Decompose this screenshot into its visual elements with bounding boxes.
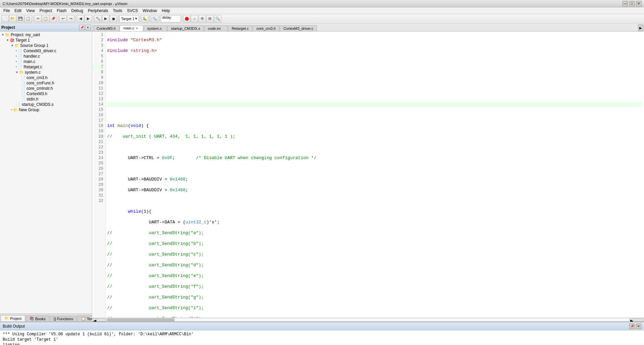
tab-retarget[interactable]: Retarget.c	[228, 25, 253, 31]
scrollbar-track[interactable]	[107, 318, 629, 322]
save-button[interactable]: 💾	[17, 15, 24, 22]
tree-cortexm3-driver[interactable]: + 📄 CortexM3_driver.c	[1, 48, 91, 54]
build-button[interactable]: 🔨	[94, 15, 102, 22]
new-file-button[interactable]: 📄	[1, 15, 9, 22]
tab-label: code.ini	[208, 26, 221, 30]
redo-button[interactable]: ↪	[67, 15, 74, 22]
menu-svcs[interactable]: SVCS	[125, 8, 140, 14]
build-output-title: Build Output	[3, 324, 25, 329]
tb-sep-8	[159, 15, 160, 22]
pin-button[interactable]: 📌	[79, 25, 85, 30]
nav-back-button[interactable]: ◀	[77, 15, 84, 22]
code-line: while(1){	[107, 209, 643, 214]
clear-bp-button[interactable]: ○	[191, 15, 198, 22]
find-button[interactable]: 🔍	[151, 15, 158, 22]
scrollbar-thumb[interactable]	[107, 319, 174, 321]
tab-close-icon[interactable]: ✕	[136, 26, 138, 30]
menu-edit[interactable]: Edit	[12, 8, 23, 14]
tab-functions[interactable]: {} Functions	[50, 316, 77, 322]
tree-target1[interactable]: ▼ 🎯 Target 1	[1, 38, 91, 43]
tab-books[interactable]: 📚 Books	[26, 316, 49, 322]
stop-button[interactable]: ⏹	[110, 15, 117, 22]
menu-project[interactable]: Project	[38, 8, 54, 14]
tree-project-root[interactable]: ▼ 📁 Project: my_uart	[1, 32, 91, 38]
breakpoint-button[interactable]: ⬤	[183, 15, 191, 22]
tab-project[interactable]: 📁 Project	[1, 315, 25, 322]
code-line: UART->BAUDDIV = 0x1460;	[107, 188, 643, 193]
tb-sep-2	[58, 15, 58, 22]
delay-input[interactable]: delay	[161, 15, 181, 22]
close-panel-button[interactable]: ✕	[85, 25, 91, 30]
menu-peripherals[interactable]: Peripherals	[86, 8, 110, 14]
c-file-icon: 📄	[18, 60, 22, 64]
nav-fwd-button[interactable]: ▶	[85, 15, 92, 22]
code-line: #include <string.h>	[107, 48, 643, 54]
tab-cortexm3h[interactable]: CortexM3.h	[93, 25, 119, 31]
tb-sep-1	[33, 15, 33, 22]
tree-label: New Group	[19, 108, 39, 112]
menu-file[interactable]: File	[1, 8, 12, 14]
menu-window[interactable]: Window	[141, 8, 159, 14]
save-all-button[interactable]: 📋	[24, 15, 32, 22]
code-line: // uart_SendString("g");	[107, 295, 643, 300]
code-content[interactable]: #include "CortexM3.h" #include <string.h…	[106, 31, 644, 318]
menu-debug[interactable]: Debug	[69, 8, 85, 14]
tree-cortexm3h[interactable]: 📄 CortexM3.h	[1, 91, 91, 96]
left-panel: Project 📌 ✕ ▼ 📁 Project: my_uart ▼ 🎯 Tar…	[0, 23, 92, 322]
tree-stdin[interactable]: 📄 stdin.h	[1, 96, 91, 102]
copy-button[interactable]: 📋	[42, 15, 49, 22]
build-output-header: Build Output 📌 ✕	[0, 322, 644, 330]
build-all-button[interactable]: ▶	[102, 15, 109, 22]
tb-sep-4	[93, 15, 93, 22]
left-panel-tabs: 📁 Project 📚 Books {} Functions 📋 Templat…	[0, 314, 92, 322]
expand-icon: +	[11, 108, 12, 112]
tree-core-cmfunc[interactable]: 📄 core_cmFunc.h	[1, 80, 91, 86]
window-button[interactable]: ⊞	[206, 15, 214, 22]
scroll-left-button[interactable]: ◀	[93, 318, 106, 322]
tree-main[interactable]: + 📄 main.c	[1, 59, 91, 64]
pin-output-button[interactable]: 📌	[629, 324, 635, 329]
scroll-right-button[interactable]: ▶	[630, 318, 643, 322]
maximize-button[interactable]: □	[629, 1, 635, 6]
cut-button[interactable]: ✂	[34, 15, 42, 22]
tb-sep-6	[140, 15, 140, 22]
menu-flash[interactable]: Flash	[55, 8, 68, 14]
editor-scrollbar[interactable]: ◀ ▶	[92, 318, 644, 322]
tree-core-cminstr[interactable]: 📄 core_cmInstr.h	[1, 86, 91, 91]
tree-label: CortexM3_driver.c	[23, 49, 56, 53]
build-output-content[interactable]: *** Using Compiler 'V5.06 update 1 (buil…	[0, 330, 644, 345]
tree-label: Source Group 1	[20, 43, 49, 48]
menu-view[interactable]: View	[24, 8, 37, 14]
tab-codeini[interactable]: code.ini	[204, 25, 228, 31]
tree-system[interactable]: ▼ 📁 system.c	[1, 70, 91, 75]
close-button[interactable]: ✕	[636, 1, 641, 6]
code-line: // uart_init ( UART, 434, 1, 1, 1, 1, 1,…	[107, 134, 643, 139]
paste-button[interactable]: 📌	[50, 15, 57, 22]
tree-new-group[interactable]: + 📁 New Group	[1, 107, 91, 113]
tab-mainc[interactable]: main.c ✕	[120, 25, 143, 31]
tree-handler[interactable]: + 📄 handler.c	[1, 54, 91, 59]
settings-button[interactable]: ⚙	[199, 15, 206, 22]
open-button[interactable]: 📂	[9, 15, 16, 22]
tree-source-group[interactable]: ▼ 📁 Source Group 1	[1, 43, 91, 48]
tab-systemc[interactable]: system.c	[144, 25, 167, 31]
tab-scroll-button[interactable]: ▶	[638, 24, 643, 31]
code-line: UART->BAUDDIV = 0x1460;	[107, 177, 643, 182]
expand-icon: +	[15, 55, 17, 58]
editor-area: CortexM3.h main.c ✕ system.c startup_CM3…	[92, 23, 644, 322]
minimize-button[interactable]: —	[623, 1, 628, 6]
debug-button[interactable]: 🐛	[141, 15, 149, 22]
tree-retarget[interactable]: + 📄 Retarget.c	[1, 64, 91, 70]
close-output-button[interactable]: ✕	[636, 324, 641, 329]
target-dropdown[interactable]: Target 1 ▾	[119, 15, 139, 22]
tab-corecm3h[interactable]: core_cm3.h	[253, 25, 279, 31]
tree-label: Project: my_uart	[11, 32, 40, 37]
tab-cortexm3driver[interactable]: CortexM3_driver.c	[280, 25, 317, 31]
undo-button[interactable]: ↩	[59, 15, 67, 22]
tree-core-cm3h[interactable]: 📄 core_cm3.h	[1, 75, 91, 80]
tree-startup[interactable]: 📄 startup_CM3DS.s	[1, 102, 91, 107]
menu-tools[interactable]: Tools	[111, 8, 124, 14]
tab-startups[interactable]: startup_CM3DS.s	[167, 25, 204, 31]
menu-help[interactable]: Help	[160, 8, 172, 14]
search2-button[interactable]: 🔍	[214, 15, 221, 22]
